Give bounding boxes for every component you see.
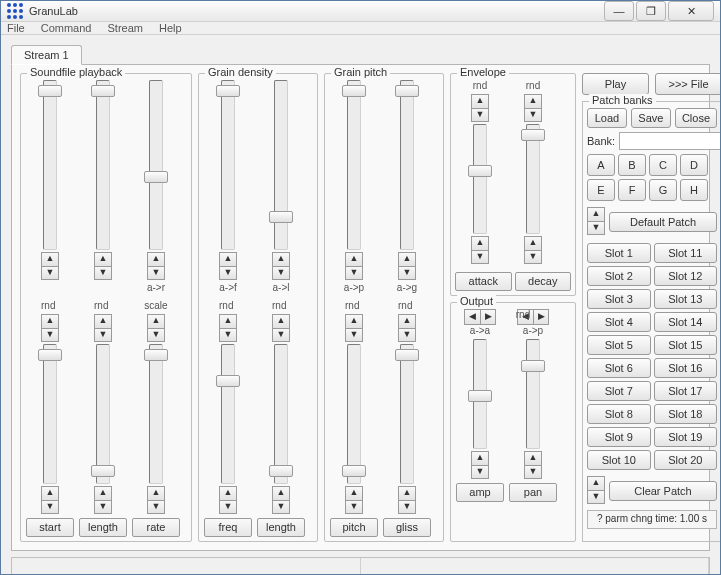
load-button[interactable]: Load: [587, 108, 627, 128]
env-slider-0[interactable]: [473, 124, 487, 236]
start-lower-step[interactable]: ▲ ▼: [41, 486, 59, 514]
amp-button[interactable]: amp: [456, 483, 504, 502]
maximize-button[interactable]: ❐: [636, 1, 666, 21]
rate-button[interactable]: rate: [132, 518, 180, 537]
pitch-mid-step-up[interactable]: ▲: [345, 314, 363, 328]
slot-2-button[interactable]: Slot 2: [587, 266, 651, 286]
start-lower-step-down[interactable]: ▼: [41, 500, 59, 514]
length-upper-step-down[interactable]: ▼: [94, 266, 112, 280]
length-mid-step-up[interactable]: ▲: [94, 314, 112, 328]
tab-stream1[interactable]: Stream 1: [11, 45, 82, 65]
start-mid-step-down[interactable]: ▼: [41, 328, 59, 342]
pitch-upper-step[interactable]: ▲ ▼: [345, 252, 363, 280]
slot-12-button[interactable]: Slot 12: [654, 266, 718, 286]
rate-mid-step-down[interactable]: ▼: [147, 328, 165, 342]
slot-13-button[interactable]: Slot 13: [654, 289, 718, 309]
start-button[interactable]: start: [26, 518, 74, 537]
patch-step-down[interactable]: ▼: [587, 221, 605, 235]
pitch-lower-step-up[interactable]: ▲: [345, 486, 363, 500]
amp-slider[interactable]: [473, 339, 487, 451]
gliss-upper-step[interactable]: ▲ ▼: [398, 252, 416, 280]
pitch-lower-step[interactable]: ▲ ▼: [345, 486, 363, 514]
decay-button[interactable]: decay: [515, 272, 572, 291]
env-bot-step-0[interactable]: ▲ ▼: [471, 236, 489, 264]
rate-mid-step-up[interactable]: ▲: [147, 314, 165, 328]
rate-lower-step-down[interactable]: ▼: [147, 500, 165, 514]
rate-mid-step[interactable]: ▲ ▼: [147, 314, 165, 342]
env-slider-1[interactable]: [526, 124, 540, 236]
freq-upper-step-up[interactable]: ▲: [219, 252, 237, 266]
slot-4-button[interactable]: Slot 4: [587, 312, 651, 332]
length-button[interactable]: length: [257, 518, 305, 537]
env-top-step-1[interactable]: ▲ ▼: [524, 94, 542, 122]
env-bot-step-1-up[interactable]: ▲: [524, 236, 542, 250]
amp-step-down[interactable]: ▼: [471, 465, 489, 479]
pitch-lower-step-down[interactable]: ▼: [345, 500, 363, 514]
slot-8-button[interactable]: Slot 8: [587, 404, 651, 424]
length-upper-step[interactable]: ▲ ▼: [94, 252, 112, 280]
length-upper-step-down[interactable]: ▼: [272, 266, 290, 280]
bank-G-button[interactable]: G: [649, 179, 677, 201]
freq-lower-step-down[interactable]: ▼: [219, 500, 237, 514]
slot-3-button[interactable]: Slot 3: [587, 289, 651, 309]
slot-7-button[interactable]: Slot 7: [587, 381, 651, 401]
pitch-upper-step-down[interactable]: ▼: [345, 266, 363, 280]
env-bot-step-1-down[interactable]: ▼: [524, 250, 542, 264]
menu-file[interactable]: File: [7, 22, 25, 34]
menu-command[interactable]: Command: [41, 22, 92, 34]
freq-mid-step[interactable]: ▲ ▼: [219, 314, 237, 342]
amp-step[interactable]: ▲ ▼: [471, 451, 489, 479]
length-mid-step[interactable]: ▲ ▼: [94, 314, 112, 342]
gliss-mid-step[interactable]: ▲ ▼: [398, 314, 416, 342]
pan-step-down[interactable]: ▼: [524, 465, 542, 479]
close-bank-button[interactable]: Close: [675, 108, 717, 128]
pan-step[interactable]: ▲ ▼: [524, 451, 542, 479]
length-mid-step-down[interactable]: ▼: [94, 328, 112, 342]
length-lower-step[interactable]: ▲ ▼: [272, 486, 290, 514]
amp-hstep[interactable]: ◀ ▶: [464, 309, 496, 325]
env-bot-step-0-down[interactable]: ▼: [471, 250, 489, 264]
file-button[interactable]: >>> File: [655, 73, 721, 95]
freq-upper-step[interactable]: ▲ ▼: [219, 252, 237, 280]
minimize-button[interactable]: —: [604, 1, 634, 21]
slot-18-button[interactable]: Slot 18: [654, 404, 718, 424]
close-button[interactable]: ✕: [668, 1, 714, 21]
slot-14-button[interactable]: Slot 14: [654, 312, 718, 332]
gliss-upper-step-up[interactable]: ▲: [398, 252, 416, 266]
env-top-step-1-down[interactable]: ▼: [524, 108, 542, 122]
env-top-step-0-down[interactable]: ▼: [471, 108, 489, 122]
length-mid-step[interactable]: ▲ ▼: [272, 314, 290, 342]
bank-D-button[interactable]: D: [680, 154, 708, 176]
gliss-lower-step-down[interactable]: ▼: [398, 500, 416, 514]
attack-button[interactable]: attack: [455, 272, 512, 291]
patch-step-down-2[interactable]: ▼: [587, 490, 605, 504]
start-lower-step-up[interactable]: ▲: [41, 486, 59, 500]
length-mid-step-up[interactable]: ▲: [272, 314, 290, 328]
rate-upper-step[interactable]: ▲ ▼: [147, 252, 165, 280]
length-lower-step-up[interactable]: ▲: [272, 486, 290, 500]
pitch-upper-step-up[interactable]: ▲: [345, 252, 363, 266]
patch-step-up-2[interactable]: ▲: [587, 476, 605, 490]
length-lower-step-down[interactable]: ▼: [94, 500, 112, 514]
slot-9-button[interactable]: Slot 9: [587, 427, 651, 447]
slot-17-button[interactable]: Slot 17: [654, 381, 718, 401]
env-bot-step-0-up[interactable]: ▲: [471, 236, 489, 250]
freq-lower-slider[interactable]: ▲ ▼: [219, 344, 237, 516]
freq-mid-step-up[interactable]: ▲: [219, 314, 237, 328]
gliss-lower-step[interactable]: ▲ ▼: [398, 486, 416, 514]
bank-A-button[interactable]: A: [587, 154, 615, 176]
start-upper-step-down[interactable]: ▼: [41, 266, 59, 280]
bank-input[interactable]: [619, 132, 721, 150]
freq-upper-step-down[interactable]: ▼: [219, 266, 237, 280]
pitch-mid-step-down[interactable]: ▼: [345, 328, 363, 342]
length-button[interactable]: length: [79, 518, 127, 537]
amp-hstep-right[interactable]: ▶: [480, 309, 496, 325]
length-upper-slider[interactable]: ▲ ▼: [94, 80, 112, 282]
menu-help[interactable]: Help: [159, 22, 182, 34]
patch-stepper-2[interactable]: ▲ ▼: [587, 476, 605, 504]
freq-button[interactable]: freq: [204, 518, 252, 537]
gliss-upper-slider[interactable]: ▲ ▼: [398, 80, 416, 282]
pitch-button[interactable]: pitch: [330, 518, 378, 537]
env-top-step-0[interactable]: ▲ ▼: [471, 94, 489, 122]
bank-F-button[interactable]: F: [618, 179, 646, 201]
